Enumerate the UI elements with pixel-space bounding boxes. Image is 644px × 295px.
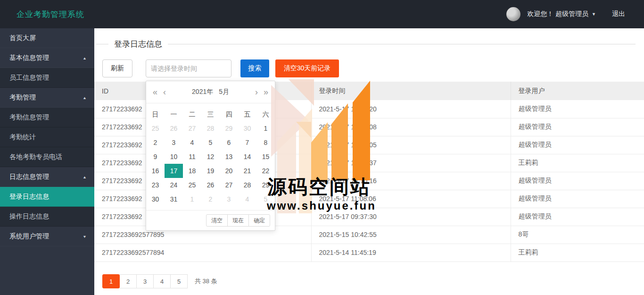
calendar-day[interactable]: 21	[238, 164, 256, 178]
sidebar-item-label: 首页大屏	[9, 34, 36, 42]
page-button[interactable]: 4	[153, 274, 171, 288]
calendar-day[interactable]: 6	[220, 135, 238, 150]
chevron-down-icon: ▼	[592, 12, 596, 17]
calendar-day[interactable]: 26	[201, 178, 220, 192]
calendar-day[interactable]: 28	[238, 178, 256, 192]
cell-login-time: 2021-5-17 11:08:06	[311, 190, 511, 208]
sidebar-item-basic-info[interactable]: 基本信息管理▲	[0, 48, 94, 68]
picker-now-button[interactable]: 现在	[227, 214, 249, 227]
sidebar-item-attendance-mgmt[interactable]: 考勤管理▲	[0, 88, 94, 108]
calendar-day[interactable]: 14	[238, 150, 256, 164]
calendar-day[interactable]: 19	[201, 164, 220, 178]
calendar-day[interactable]: 5	[256, 192, 275, 206]
user-menu[interactable]: 欢迎您！ 超级管理员 ▼	[527, 10, 596, 18]
calendar-day[interactable]: 30	[146, 192, 165, 206]
calendar-day[interactable]: 25	[146, 121, 165, 135]
cell-login-user: 超级管理员	[511, 136, 644, 154]
sidebar-item-label: 各地考勤专员电话	[9, 153, 62, 161]
sidebar-item-login-logs[interactable]: 登录日志信息	[0, 187, 94, 207]
calendar-day-selected[interactable]: 17	[165, 164, 183, 178]
column-header: 登录时间	[311, 82, 511, 100]
calendar-day[interactable]: 1	[183, 192, 201, 206]
calendar-day[interactable]: 26	[165, 121, 183, 135]
datepicker-footer: 清空现在确定	[146, 210, 275, 230]
calendar-day[interactable]: 27	[220, 178, 238, 192]
cell-login-user: 8哥	[511, 226, 644, 244]
calendar-day[interactable]: 16	[146, 164, 165, 178]
calendar-day[interactable]: 22	[256, 164, 275, 178]
chevron-up-icon: ▲	[83, 56, 87, 60]
weekday-label: 五	[238, 107, 256, 121]
calendar-day[interactable]: 2	[146, 135, 165, 150]
page-button[interactable]: 2	[119, 274, 137, 288]
picker-clear-button[interactable]: 清空	[206, 214, 228, 227]
table-row[interactable]: 271722336925778942021-5-14 11:45:19王莉莉	[94, 244, 644, 261]
picker-confirm-button[interactable]: 确定	[248, 214, 270, 227]
app-title: 企业考勤管理系统	[17, 9, 84, 20]
sidebar-item-attendance-stats[interactable]: 考勤统计	[0, 127, 94, 147]
datepicker-month-label[interactable]: 5月	[219, 88, 229, 95]
avatar[interactable]	[506, 7, 520, 21]
sidebar-item-label: 考勤信息管理	[9, 113, 49, 122]
sidebar-item-operation-logs[interactable]: 操作日志信息	[0, 207, 94, 227]
calendar-day[interactable]: 28	[201, 121, 220, 135]
calendar-day[interactable]: 12	[201, 150, 220, 164]
calendar-day[interactable]: 9	[146, 150, 165, 164]
prev-year-icon[interactable]: «	[153, 88, 157, 96]
calendar-day[interactable]: 5	[201, 135, 220, 150]
search-button[interactable]: 搜索	[240, 59, 269, 77]
calendar-day[interactable]: 25	[183, 178, 201, 192]
next-month-icon[interactable]: ›	[255, 88, 258, 96]
sidebar-item-label: 登录日志信息	[9, 193, 49, 201]
cell-login-user: 超级管理员	[511, 190, 644, 208]
app-header: 企业考勤管理系统 欢迎您！ 超级管理员 ▼ 退出	[0, 0, 644, 28]
sidebar-item-system-users[interactable]: 系统用户管理▼	[0, 227, 94, 246]
calendar-day[interactable]: 3	[220, 192, 238, 206]
sidebar-item-label: 日志信息管理	[9, 173, 49, 181]
calendar-day[interactable]: 1	[256, 121, 275, 135]
login-time-input[interactable]	[146, 59, 231, 77]
sidebar-item-attendance-phone[interactable]: 各地考勤专员电话	[0, 147, 94, 167]
page-button[interactable]: 1	[102, 274, 120, 288]
sidebar-item-label: 员工信息管理	[9, 74, 49, 82]
calendar-day[interactable]: 27	[183, 121, 201, 135]
calendar-day[interactable]: 2	[201, 192, 220, 206]
sidebar-item-home-screen[interactable]: 首页大屏	[0, 28, 94, 48]
datepicker: « ‹ 2021年 5月 › » 日一二三四五六 252627282930123…	[146, 81, 275, 231]
calendar-day[interactable]: 7	[238, 135, 256, 150]
calendar-day[interactable]: 13	[220, 150, 238, 164]
calendar-day[interactable]: 4	[238, 192, 256, 206]
calendar-day[interactable]: 29	[220, 121, 238, 135]
calendar-day[interactable]: 24	[165, 178, 183, 192]
cell-login-time: 2021-5-17 15:07:08	[311, 118, 511, 136]
cell-login-user: 超级管理员	[511, 100, 644, 118]
calendar-day[interactable]: 10	[165, 150, 183, 164]
calendar-day[interactable]: 30	[238, 121, 256, 135]
calendar-day[interactable]: 20	[220, 164, 238, 178]
calendar-day[interactable]: 23	[146, 178, 165, 192]
calendar-day[interactable]: 3	[165, 135, 183, 150]
page-button[interactable]: 5	[170, 274, 188, 288]
cell-login-time: 2021-5-17 09:37:30	[311, 208, 511, 226]
calendar-day[interactable]: 4	[183, 135, 201, 150]
sidebar-item-attendance-info[interactable]: 考勤信息管理	[0, 108, 94, 127]
logout-link[interactable]: 退出	[612, 10, 625, 18]
calendar-day[interactable]: 15	[256, 150, 275, 164]
cell-login-time: 2021-5-14 11:45:19	[311, 244, 511, 261]
cell-login-time: 2021-5-17 14:10:16	[311, 172, 511, 190]
calendar-day[interactable]: 29	[256, 178, 275, 192]
clear-records-button[interactable]: 清空30天前记录	[275, 59, 339, 77]
calendar-day[interactable]: 11	[183, 150, 201, 164]
page-button[interactable]: 3	[136, 274, 154, 288]
refresh-button[interactable]: 刷新	[102, 59, 132, 77]
sidebar-item-log-mgmt[interactable]: 日志信息管理▲	[0, 167, 94, 187]
cell-login-user: 王莉莉	[511, 244, 644, 261]
datepicker-weekdays: 日一二三四五六	[146, 103, 275, 121]
chevron-up-icon: ▲	[83, 175, 87, 179]
calendar-day[interactable]: 31	[165, 192, 183, 206]
calendar-day[interactable]: 8	[256, 135, 275, 150]
sidebar-item-employee-info[interactable]: 员工信息管理	[0, 68, 94, 88]
calendar-day[interactable]: 18	[183, 164, 201, 178]
next-year-icon[interactable]: »	[264, 88, 268, 96]
datepicker-year-label[interactable]: 2021年	[192, 88, 213, 95]
